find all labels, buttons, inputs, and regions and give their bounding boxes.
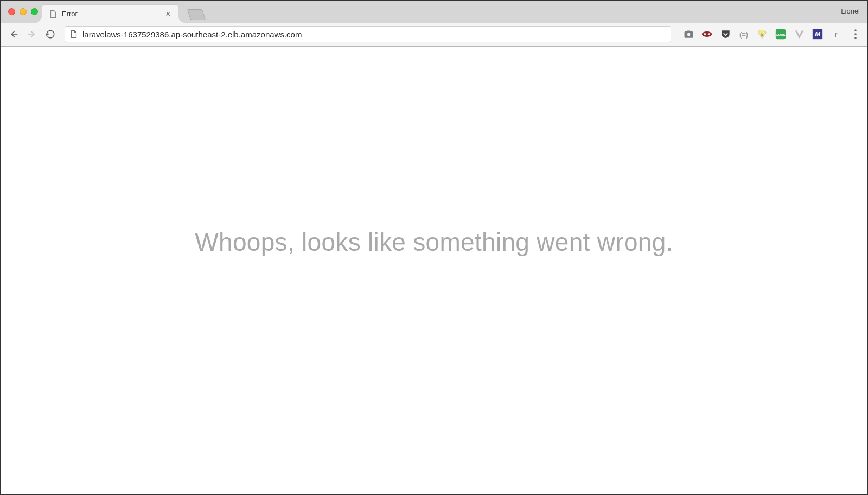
- cors-icon[interactable]: CORS: [775, 29, 786, 40]
- svg-point-4: [704, 33, 706, 35]
- js-icon[interactable]: js: [757, 29, 768, 40]
- camera-icon[interactable]: [683, 29, 694, 40]
- svg-point-12: [854, 33, 857, 35]
- error-message: Whoops, looks like something went wrong.: [195, 227, 673, 257]
- tab-bar: Error × Lionel: [1, 1, 867, 23]
- tab-close-button[interactable]: ×: [164, 10, 173, 18]
- svg-text:CORS: CORS: [776, 33, 786, 36]
- window-maximize-button[interactable]: [31, 8, 38, 15]
- svg-point-2: [687, 33, 690, 36]
- toolbar: (=) js CORS M: [1, 23, 867, 46]
- kebab-menu-button[interactable]: [849, 27, 862, 42]
- svg-text:M: M: [815, 30, 820, 37]
- mask-icon[interactable]: [701, 29, 712, 40]
- r-label: r: [835, 30, 838, 39]
- file-icon: [49, 10, 58, 18]
- address-bar[interactable]: [65, 26, 671, 42]
- brackets-icon[interactable]: (=): [738, 29, 749, 40]
- window-minimize-button[interactable]: [20, 8, 27, 15]
- window-close-button[interactable]: [8, 8, 15, 15]
- m-badge-icon[interactable]: M: [812, 29, 823, 40]
- profile-name[interactable]: Lionel: [841, 7, 860, 15]
- browser-chrome: Error × Lionel: [1, 1, 867, 47]
- browser-tab[interactable]: Error ×: [42, 5, 178, 23]
- svg-point-13: [854, 37, 857, 39]
- forward-button[interactable]: [24, 27, 40, 42]
- url-input[interactable]: [82, 30, 666, 39]
- new-tab-button[interactable]: [187, 9, 206, 20]
- window-controls: [6, 8, 42, 15]
- tab-title: Error: [62, 10, 164, 18]
- reload-button[interactable]: [43, 27, 58, 42]
- file-icon: [69, 30, 78, 39]
- vue-icon[interactable]: [794, 29, 805, 40]
- svg-point-5: [708, 33, 710, 35]
- extension-icons: (=) js CORS M: [678, 29, 844, 40]
- svg-point-11: [854, 29, 857, 31]
- page-content: Whoops, looks like something went wrong.: [1, 47, 867, 495]
- svg-text:js: js: [760, 32, 764, 37]
- svg-point-3: [702, 31, 712, 37]
- back-button[interactable]: [6, 27, 21, 42]
- r-extension-icon[interactable]: r: [831, 29, 841, 40]
- pocket-icon[interactable]: [720, 29, 731, 40]
